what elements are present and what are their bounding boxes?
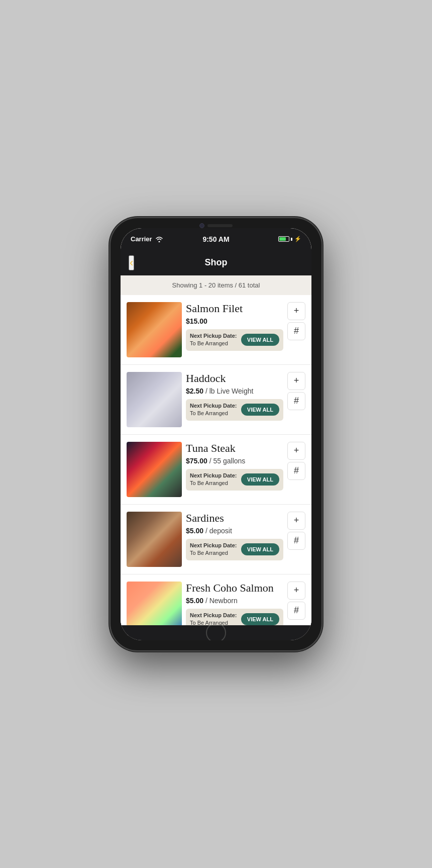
pickup-text-sardines: Next Pickup Date: To Be Arranged — [190, 542, 237, 557]
hash-button-salmon-filet[interactable]: # — [287, 322, 305, 340]
product-price-suffix-tuna-steak: / 55 gallons — [207, 457, 246, 465]
back-button[interactable]: ‹ — [129, 255, 134, 270]
product-price-suffix-sardines: / deposit — [203, 527, 232, 535]
view-all-button-salmon-filet[interactable]: VIEW ALL — [241, 334, 279, 346]
pickup-text-salmon-filet: Next Pickup Date: To Be Arranged — [190, 332, 237, 348]
status-time: 9:50 AM — [202, 235, 229, 243]
nav-bar: ‹ Shop — [121, 250, 311, 275]
content-area: Showing 1 - 20 items / 61 total Salmon F… — [121, 275, 311, 625]
add-button-tuna-steak[interactable]: + — [287, 442, 305, 460]
product-price-suffix-fresh-coho-salmon: / Newborn — [203, 597, 238, 605]
product-price-haddock: $2.50 / lb Live Weight — [186, 387, 283, 395]
battery-body — [278, 236, 289, 242]
hash-button-sardines[interactable]: # — [287, 532, 305, 550]
phone-device: Carrier 9:50 AM ⚡ ‹ — [111, 218, 321, 650]
product-actions-salmon-filet: + # — [287, 302, 305, 340]
product-image-haddock — [127, 372, 182, 427]
view-all-button-sardines[interactable]: VIEW ALL — [241, 543, 279, 555]
camera-notch — [199, 223, 233, 228]
status-left: Carrier — [131, 235, 171, 243]
add-button-salmon-filet[interactable]: + — [287, 302, 305, 320]
product-name-salmon-filet: Salmon Filet — [186, 302, 283, 315]
wifi-icon — [155, 236, 163, 242]
view-all-button-tuna-steak[interactable]: VIEW ALL — [241, 473, 279, 486]
pickup-text-tuna-steak: Next Pickup Date: To Be Arranged — [190, 472, 237, 488]
product-actions-tuna-steak: + # — [287, 442, 305, 480]
showing-label: Showing 1 - 20 items / 61 total — [121, 275, 311, 295]
product-thumb-haddock — [127, 372, 182, 427]
product-price-salmon-filet: $15.00 — [186, 317, 283, 325]
product-actions-fresh-coho-salmon: + # — [287, 582, 305, 620]
pickup-date-haddock: To Be Arranged — [190, 410, 237, 417]
pickup-box-tuna-steak: Next Pickup Date: To Be Arranged VIEW AL… — [186, 469, 283, 491]
product-name-tuna-steak: Tuna Steak — [186, 442, 283, 455]
pickup-date-sardines: To Be Arranged — [190, 549, 237, 557]
svg-rect-2 — [127, 442, 182, 497]
status-right: ⚡ — [261, 236, 301, 242]
svg-rect-1 — [127, 372, 182, 427]
lightning-icon: ⚡ — [294, 236, 301, 242]
product-price-suffix-haddock: / lb Live Weight — [203, 387, 253, 395]
pickup-label-salmon-filet: Next Pickup Date: — [190, 332, 237, 340]
battery-icon: ⚡ — [278, 236, 301, 242]
svg-rect-0 — [127, 302, 182, 357]
pickup-label-tuna-steak: Next Pickup Date: — [190, 472, 237, 479]
product-actions-sardines: + # — [287, 512, 305, 550]
home-button[interactable] — [206, 623, 226, 640]
page-title: Shop — [205, 257, 228, 268]
product-info-salmon-filet: Salmon Filet $15.00 Next Pickup Date: To… — [182, 302, 287, 351]
product-image-sardines — [127, 512, 182, 567]
speaker-bar — [207, 224, 233, 227]
product-info-fresh-coho-salmon: Fresh Coho Salmon $5.00 / Newborn Next P… — [182, 582, 287, 625]
product-price-fresh-coho-salmon: $5.00 / Newborn — [186, 597, 283, 605]
product-info-haddock: Haddock $2.50 / lb Live Weight Next Pick… — [182, 372, 287, 421]
product-image-salmon-filet — [127, 302, 182, 357]
pickup-label-sardines: Next Pickup Date: — [190, 542, 237, 549]
pickup-date-tuna-steak: To Be Arranged — [190, 479, 237, 487]
view-all-button-haddock[interactable]: VIEW ALL — [241, 404, 279, 416]
svg-rect-3 — [127, 512, 182, 567]
product-image-fresh-coho-salmon — [127, 582, 182, 625]
pickup-label-fresh-coho-salmon: Next Pickup Date: — [190, 612, 237, 619]
pickup-label-haddock: Next Pickup Date: — [190, 402, 237, 410]
pickup-text-fresh-coho-salmon: Next Pickup Date: To Be Arranged — [190, 612, 237, 625]
add-button-haddock[interactable]: + — [287, 372, 305, 390]
product-item-sardines: Sardines $5.00 / deposit Next Pickup Dat… — [121, 505, 311, 574]
battery-cap — [291, 238, 292, 241]
product-image-tuna-steak — [127, 442, 182, 497]
product-thumb-tuna-steak — [127, 442, 182, 497]
svg-rect-4 — [127, 582, 182, 625]
product-info-tuna-steak: Tuna Steak $75.00 / 55 gallons Next Pick… — [182, 442, 287, 491]
carrier-label: Carrier — [131, 235, 152, 243]
add-button-fresh-coho-salmon[interactable]: + — [287, 582, 305, 600]
product-item-tuna-steak: Tuna Steak $75.00 / 55 gallons Next Pick… — [121, 435, 311, 505]
pickup-box-salmon-filet: Next Pickup Date: To Be Arranged VIEW AL… — [186, 329, 283, 351]
product-item-salmon-filet: Salmon Filet $15.00 Next Pickup Date: To… — [121, 295, 311, 365]
home-indicator — [121, 625, 311, 640]
product-name-sardines: Sardines — [186, 512, 283, 525]
product-thumb-salmon-filet — [127, 302, 182, 357]
hash-button-tuna-steak[interactable]: # — [287, 462, 305, 480]
pickup-box-fresh-coho-salmon: Next Pickup Date: To Be Arranged VIEW AL… — [186, 609, 283, 625]
product-thumb-sardines — [127, 512, 182, 567]
pickup-date-fresh-coho-salmon: To Be Arranged — [190, 619, 237, 625]
pickup-date-salmon-filet: To Be Arranged — [190, 340, 237, 347]
product-item-haddock: Haddock $2.50 / lb Live Weight Next Pick… — [121, 365, 311, 435]
product-info-sardines: Sardines $5.00 / deposit Next Pickup Dat… — [182, 512, 287, 560]
status-bar: Carrier 9:50 AM ⚡ — [121, 228, 311, 250]
product-name-haddock: Haddock — [186, 372, 283, 385]
pickup-text-haddock: Next Pickup Date: To Be Arranged — [190, 402, 237, 418]
product-list: Salmon Filet $15.00 Next Pickup Date: To… — [121, 295, 311, 625]
hash-button-haddock[interactable]: # — [287, 392, 305, 410]
add-button-sardines[interactable]: + — [287, 512, 305, 530]
product-thumb-fresh-coho-salmon — [127, 582, 182, 625]
camera-dot — [199, 223, 204, 228]
phone-screen: Carrier 9:50 AM ⚡ ‹ — [121, 228, 311, 640]
view-all-button-fresh-coho-salmon[interactable]: VIEW ALL — [241, 613, 279, 625]
pickup-box-haddock: Next Pickup Date: To Be Arranged VIEW AL… — [186, 399, 283, 421]
battery-fill — [279, 237, 286, 241]
product-price-sardines: $5.00 / deposit — [186, 527, 283, 535]
product-actions-haddock: + # — [287, 372, 305, 410]
product-price-tuna-steak: $75.00 / 55 gallons — [186, 457, 283, 465]
hash-button-fresh-coho-salmon[interactable]: # — [287, 602, 305, 620]
